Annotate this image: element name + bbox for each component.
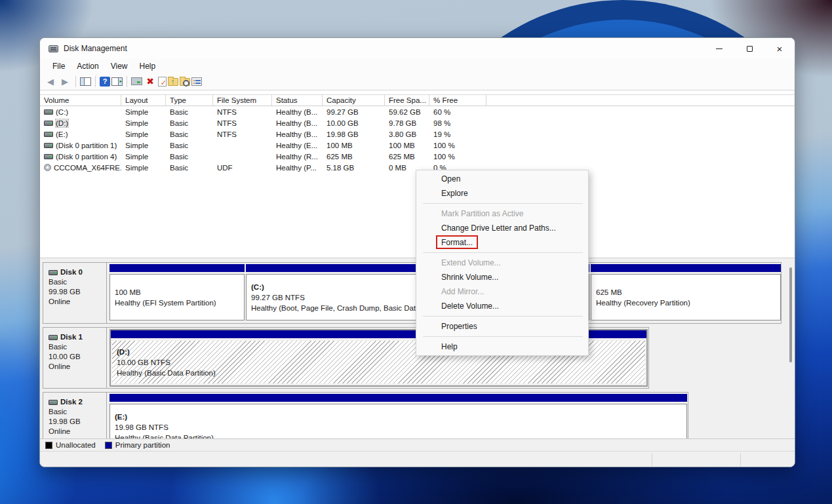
back-icon[interactable] [44,75,57,87]
column-header[interactable]: Type [166,95,213,106]
disk-state: Online [49,297,106,307]
volume-cell [213,140,272,151]
volume-row[interactable]: (D:)SimpleBasicNTFSHealthy (B...10.00 GB… [40,117,795,128]
menu-item-shrink-volume[interactable]: Shrink Volume... [416,270,588,284]
volume-name: (Disk 0 partition 4) [56,153,117,161]
column-header[interactable]: % Free [429,95,486,106]
volume-row[interactable]: (E:)SimpleBasicNTFSHealthy (B...19.98 GB… [40,128,795,140]
legend-bar: UnallocatedPrimary partition [40,438,795,451]
disk-label[interactable]: Disk 0Basic99.98 GBOnline [44,263,107,323]
partition-block[interactable]: (E:)19.98 GB NTFSHealthy (Basic Data Par… [109,394,687,438]
partition-status: Healthy (EFI System Partition) [115,298,216,308]
volume-cell: Healthy (B... [272,106,323,117]
volume-cell: 100 MB [323,140,385,151]
volume-cell: Healthy (B... [272,117,323,128]
disk-name: Disk 2 [60,397,83,407]
volume-cell: 5.18 GB [323,162,385,173]
volume-cell: 99.27 GB [323,106,385,117]
volume-cell: 100 MB [385,140,429,151]
toolbar [40,73,795,90]
volume-row[interactable]: (C:)SimpleBasicNTFSHealthy (B...99.27 GB… [40,106,795,117]
column-header[interactable]: File System [213,95,272,106]
partition-status: Healthy (Recovery Partition) [596,298,690,308]
toolbar-separator [127,76,127,87]
menu-item-extend-volume: Extend Volume... [416,256,588,270]
partition-info-box: 625 MBHealthy (Recovery Partition) [591,274,781,320]
menu-view[interactable]: View [105,62,134,71]
menu-help[interactable]: Help [134,62,162,71]
menu-separator [416,334,588,339]
drive-icon [44,109,53,115]
partition-block[interactable]: 100 MBHealthy (EFI System Partition) [109,264,245,322]
menu-action[interactable]: Action [71,62,104,71]
menu-item-explore[interactable]: Explore [416,186,588,201]
partition-block[interactable]: 625 MBHealthy (Recovery Partition) [591,264,781,322]
partition-status: Healthy (Boot, Page File, Crash Dump, Ba… [251,303,416,313]
column-header[interactable]: Volume [40,95,121,106]
menu-item-format[interactable]: Format... [416,235,588,250]
volume-name: (E:) [56,130,68,138]
menu-item-mark-partition-as-active: Mark Partition as Active [416,206,588,221]
table-header: VolumeLayoutTypeFile SystemStatusCapacit… [40,94,795,106]
partition-size: 625 MB [596,287,690,298]
menu-separator [416,201,588,206]
partition-name: (E:) [115,412,214,422]
volume-cell: Basic [166,106,213,117]
partition-color-bar [591,264,781,272]
drive-icon [44,132,53,137]
volume-row[interactable]: (Disk 0 partition 4)SimpleBasicHealthy (… [40,151,795,162]
volume-cell: Basic [166,140,213,151]
legend-label: Primary partition [115,441,170,449]
disk-label[interactable]: Disk 1Basic10.00 GBOnline [44,328,107,388]
show-console-tree-icon[interactable] [80,77,91,86]
volume-name: (D:) [56,119,68,127]
menu-item-properties[interactable]: Properties [416,319,588,334]
partition-name: (D:) [117,347,216,357]
drive-icon [49,335,58,340]
drive-icon [44,154,53,159]
delete-icon[interactable] [144,75,157,87]
show-action-pane-icon[interactable] [111,77,123,86]
volume-cell: Healthy (R... [272,151,323,162]
task-check-icon[interactable] [158,77,167,87]
volume-cell [213,151,272,162]
volume-cell: Simple [121,128,166,140]
legend-label: Unallocated [56,441,96,449]
column-header[interactable]: Status [272,95,323,106]
menu-item-open[interactable]: Open [416,172,588,186]
volume-cell: 19 % [429,128,486,140]
folder-up-icon[interactable] [168,78,178,86]
title-bar[interactable]: Disk Management × [40,38,795,59]
menu-file[interactable]: File [47,62,71,71]
partition-status: Healthy (Basic Data Partition) [117,368,216,378]
volume-cell: UDF [213,162,272,173]
menu-item-delete-volume[interactable]: Delete Volume... [416,299,588,313]
checklist-icon[interactable] [191,77,202,86]
partition-size: 99.27 GB NTFS [251,292,416,303]
forward-icon[interactable] [58,75,71,87]
column-header[interactable]: Free Spa... [385,95,429,106]
menu-item-help[interactable]: Help [416,339,588,354]
disk-state: Online [49,427,106,436]
help-icon[interactable] [100,77,110,87]
disk-management-app-icon [49,45,58,52]
minimize-button[interactable] [704,38,734,59]
status-bar-separator [740,454,741,466]
column-header[interactable]: Layout [121,95,166,106]
partition-name: (C:) [251,282,416,292]
folder-search-icon[interactable] [180,78,190,86]
volume-cell: NTFS [213,128,272,140]
minimize-icon [716,48,723,49]
volume-cell: NTFS [213,106,272,117]
close-button[interactable]: × [764,38,795,59]
disk-label[interactable]: Disk 2Basic19.98 GBOnline [44,393,107,438]
column-header[interactable]: Capacity [323,95,385,106]
console-window-icon[interactable] [131,77,142,85]
menu-item-change-drive-letter-and-paths[interactable]: Change Drive Letter and Paths... [416,221,588,235]
maximize-button[interactable] [734,38,764,59]
vertical-scrollbar[interactable] [789,267,792,362]
menu-item-add-mirror: Add Mirror... [416,284,588,299]
volume-row[interactable]: (Disk 0 partition 1)SimpleBasicHealthy (… [40,140,795,151]
volume-name: CCCOMA_X64FRE... [54,164,121,172]
status-bar [40,451,795,467]
